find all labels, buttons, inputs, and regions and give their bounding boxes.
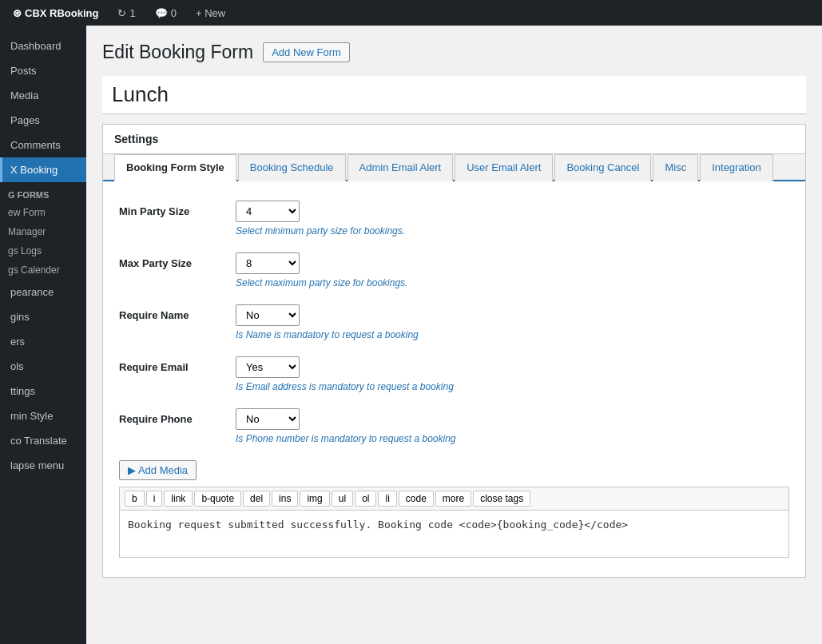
dashboard-label: Dashboard	[10, 40, 62, 52]
page-title: Edit Booking Form	[102, 42, 253, 63]
toolbar-btn-more[interactable]: more	[435, 491, 471, 507]
field-wrap-require-email: NoYesIs Email address is mandatory to re…	[236, 356, 789, 392]
tabs-bar: Booking Form StyleBooking ScheduleAdmin …	[103, 154, 805, 181]
add-media-button[interactable]: ▶ Add Media	[119, 460, 197, 480]
tab-misc[interactable]: Misc	[653, 154, 698, 181]
layout: Dashboard Posts Media Pages Comments X B…	[0, 26, 822, 644]
toolbar-btn-link[interactable]: link	[164, 491, 193, 507]
tab-integration[interactable]: Integration	[700, 154, 772, 181]
editor-toolbar: bilinkb-quotedelinsimgulollicodemoreclos…	[119, 487, 789, 510]
sidebar-item-tools[interactable]: ols	[0, 354, 86, 379]
form-title-input[interactable]	[112, 82, 796, 107]
form-row-require-phone: Require PhoneNoYesIs Phone number is man…	[119, 408, 789, 444]
toolbar-btn-close-tags[interactable]: close tags	[473, 491, 530, 507]
field-label-max-party-size: Max Party Size	[119, 252, 223, 269]
field-label-require-name: Require Name	[119, 304, 223, 321]
sidebar-item-new-form[interactable]: ew Form	[0, 203, 86, 222]
tab-content: Min Party Size12345678910Select minimum …	[103, 181, 805, 577]
field-label-min-party-size: Min Party Size	[119, 201, 223, 217]
tab-booking-form-style[interactable]: Booking Form Style	[114, 154, 236, 181]
toolbar-btn-code[interactable]: code	[399, 491, 434, 507]
field-wrap-require-phone: NoYesIs Phone number is mandatory to req…	[236, 408, 789, 444]
field-hint-require-email: Is Email address is mandatory to request…	[236, 381, 789, 392]
field-hint-min-party-size: Select minimum party size for bookings.	[236, 225, 789, 237]
toolbar-btn-b[interactable]: b	[125, 491, 145, 507]
field-hint-max-party-size: Select maximum party size for bookings.	[236, 277, 789, 288]
select-require-name[interactable]: NoYes	[236, 304, 300, 326]
toolbar-btn-img[interactable]: img	[300, 491, 329, 507]
toolbar-btn-i[interactable]: i	[146, 491, 163, 507]
sidebar-item-media[interactable]: Media	[0, 83, 86, 108]
sidebar-item-collapse-menu[interactable]: lapse menu	[0, 453, 86, 478]
admin-bar-comments[interactable]: 💬 0	[150, 7, 181, 19]
tab-admin-email-alert[interactable]: Admin Email Alert	[347, 154, 454, 181]
comments-icon: 💬	[155, 7, 168, 19]
wp-icon: ⊛	[13, 7, 22, 19]
field-hint-require-name: Is Name is mandatory to request a bookin…	[236, 329, 789, 340]
toolbar-btn-ins[interactable]: ins	[272, 491, 298, 507]
sidebar-item-gs-logs[interactable]: gs Logs	[0, 241, 86, 260]
field-wrap-require-name: NoYesIs Name is mandatory to request a b…	[236, 304, 789, 340]
add-new-form-button[interactable]: Add New Form	[263, 42, 350, 62]
sidebar-item-users[interactable]: ers	[0, 329, 86, 354]
media-label: Media	[10, 89, 38, 101]
updates-icon: ↻	[117, 7, 126, 19]
form-row-require-email: Require EmailNoYesIs Email address is ma…	[119, 356, 789, 392]
sidebar-item-cbx-booking[interactable]: X Booking	[0, 157, 86, 182]
sidebar-item-loco-translate[interactable]: co Translate	[0, 428, 86, 453]
sidebar-item-pages[interactable]: Pages	[0, 108, 86, 133]
sidebar-item-appearance[interactable]: pearance	[0, 280, 86, 304]
sidebar: Dashboard Posts Media Pages Comments X B…	[0, 26, 86, 644]
title-divider	[102, 113, 806, 114]
form-row-min-party-size: Min Party Size12345678910Select minimum …	[119, 201, 789, 237]
settings-panel: Settings Booking Form StyleBooking Sched…	[102, 124, 806, 578]
posts-label: Posts	[10, 65, 37, 77]
sidebar-item-dashboard[interactable]: Dashboard	[0, 34, 86, 58]
field-wrap-min-party-size: 12345678910Select minimum party size for…	[236, 201, 789, 237]
select-require-phone[interactable]: NoYes	[236, 408, 300, 430]
sidebar-item-posts[interactable]: Posts	[0, 58, 86, 83]
toolbar-btn-li[interactable]: li	[378, 491, 396, 507]
field-wrap-max-party-size: 12345678910Select maximum party size for…	[236, 252, 789, 288]
sidebar-item-manager[interactable]: Manager	[0, 222, 86, 241]
sidebar-item-plugins[interactable]: gins	[0, 304, 86, 329]
sidebar-item-comments[interactable]: Comments	[0, 133, 86, 157]
tab-booking-schedule[interactable]: Booking Schedule	[238, 154, 346, 181]
form-row-require-name: Require NameNoYesIs Name is mandatory to…	[119, 304, 789, 340]
tab-user-email-alert[interactable]: User Email Alert	[455, 154, 553, 181]
tab-booking-cancel[interactable]: Booking Cancel	[554, 154, 651, 181]
admin-bar-updates[interactable]: ↻ 1	[113, 7, 140, 19]
admin-bar: ⊛ CBX RBooking ↻ 1 💬 0 + New	[0, 0, 822, 26]
admin-bar-site[interactable]: ⊛ CBX RBooking	[8, 7, 103, 19]
page-header: Edit Booking Form Add New Form	[102, 42, 806, 63]
select-require-email[interactable]: NoYes	[236, 356, 300, 378]
sidebar-item-settings[interactable]: ttings	[0, 379, 86, 403]
main-content: Edit Booking Form Add New Form Settings …	[86, 26, 822, 644]
sidebar-item-admin-style[interactable]: min Style	[0, 403, 86, 428]
select-min-party-size[interactable]: 12345678910	[236, 201, 300, 222]
toolbar-btn-ol[interactable]: ol	[355, 491, 376, 507]
cbx-booking-label: X Booking	[10, 164, 58, 176]
toolbar-btn-b-quote[interactable]: b-quote	[194, 491, 241, 507]
pages-label: Pages	[10, 114, 40, 126]
settings-header: Settings	[103, 125, 805, 154]
comments-label: Comments	[10, 139, 61, 151]
admin-bar-new[interactable]: + New	[191, 7, 230, 19]
field-label-require-email: Require Email	[119, 356, 223, 373]
editor-section: ▶ Add Mediabilinkb-quotedelinsimgulollic…	[119, 460, 789, 558]
sidebar-item-gs-calendar[interactable]: gs Calender	[0, 260, 86, 280]
field-hint-require-phone: Is Phone number is mandatory to request …	[236, 433, 789, 444]
toolbar-btn-del[interactable]: del	[243, 491, 270, 507]
form-row-max-party-size: Max Party Size12345678910Select maximum …	[119, 252, 789, 288]
form-title-wrap	[102, 76, 806, 113]
select-max-party-size[interactable]: 12345678910	[236, 252, 300, 274]
sidebar-section-booking-forms: g Forms	[0, 182, 86, 203]
toolbar-btn-ul[interactable]: ul	[332, 491, 353, 507]
field-label-require-phone: Require Phone	[119, 408, 223, 425]
editor-area[interactable]: Booking request submitted successfully. …	[119, 510, 789, 558]
